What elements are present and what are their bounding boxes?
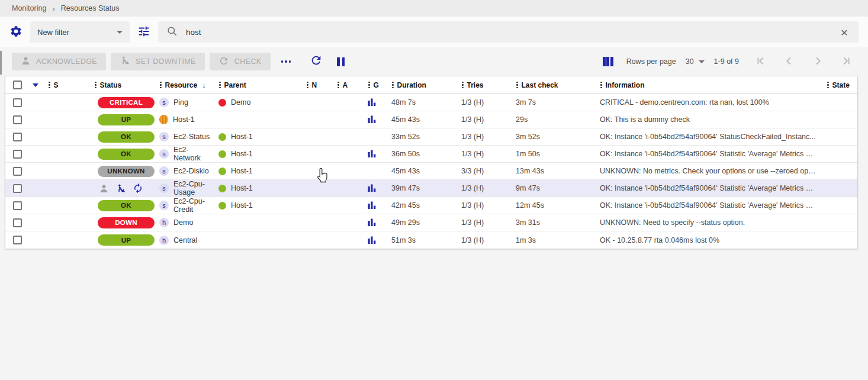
graph-icon[interactable] (368, 184, 377, 192)
pause-autorefresh-button[interactable] (337, 57, 345, 66)
column-drag-handle-icon[interactable] (600, 80, 603, 90)
resource-name[interactable]: Ping (173, 98, 188, 107)
table-row[interactable]: DOWNhDemo49m 29s1/3 (H)3m 31sUNKNOWN: Ne… (5, 214, 857, 231)
table-row[interactable]: OKsEc2-StatusHost-133m 52s1/3 (H)3m 52sO… (5, 128, 857, 146)
table-row[interactable]: OKsEc2-NetworkHost-136m 50s1/3 (H)1m 50s… (5, 146, 857, 163)
resource-name[interactable]: Ec2-Cpu-Credit (173, 197, 215, 214)
next-page-button[interactable] (811, 54, 824, 69)
graph-icon[interactable] (368, 218, 377, 227)
status-chip[interactable]: UP (98, 114, 155, 125)
resource-name[interactable]: Demo (173, 218, 193, 227)
status-chip[interactable]: OK (98, 200, 155, 211)
resource-name[interactable]: Central (173, 236, 197, 244)
previous-page-button[interactable] (783, 54, 796, 69)
columns-icon (603, 57, 613, 66)
header-cell-ack[interactable]: A (333, 80, 364, 90)
header-cell-duration[interactable]: Duration (388, 80, 458, 90)
filter-bar: New filter × (0, 17, 868, 47)
acknowledge-button[interactable]: ACKNOWLEDGE (12, 53, 106, 70)
graph-icon[interactable] (368, 236, 377, 244)
column-drag-handle-icon[interactable] (516, 80, 519, 90)
header-cell-last_check[interactable]: Last check (512, 80, 596, 90)
set-downtime-button[interactable]: SET DOWNTIME (111, 53, 205, 70)
resource-name[interactable]: Ec2-Network (173, 146, 215, 162)
row-checkbox[interactable] (13, 150, 22, 159)
status-chip[interactable]: CRITICAL (98, 97, 155, 108)
column-drag-handle-icon[interactable] (306, 80, 309, 90)
parent-name[interactable]: Host-1 (231, 167, 253, 175)
header-cell-resource[interactable]: Resource↓ (156, 80, 215, 90)
header-cell-notification[interactable]: N (303, 80, 333, 90)
row-checkbox[interactable] (13, 115, 22, 124)
parent-name[interactable]: Host-1 (231, 133, 253, 141)
refresh-button[interactable] (310, 54, 323, 69)
header-cell-graph[interactable]: G (364, 80, 388, 90)
header-cell-parent[interactable]: Parent (215, 80, 303, 90)
resource-name[interactable]: Ec2-Diskio (173, 167, 209, 175)
clear-search-button[interactable]: × (838, 26, 850, 38)
column-drag-handle-icon[interactable] (368, 80, 371, 90)
breadcrumb-item-monitoring[interactable]: Monitoring (12, 4, 46, 12)
table-row[interactable]: UPHost-145m 43s1/3 (H)29sOK: This is a d… (5, 111, 857, 128)
filter-preset-select[interactable]: New filter (30, 21, 130, 43)
header-cell-severity[interactable]: S (44, 80, 91, 90)
status-chip[interactable]: DOWN (98, 217, 155, 228)
row-checkbox[interactable] (13, 184, 22, 193)
header-cell-state[interactable]: State (823, 80, 857, 90)
table-row[interactable]: UNKNOWNsEc2-DiskioHost-145m 43s3/3 (H)13… (5, 163, 857, 180)
first-page-button[interactable] (754, 54, 767, 69)
column-drag-handle-icon[interactable] (159, 80, 162, 90)
resource-name[interactable]: Ec2-Status (173, 133, 210, 141)
column-drag-handle-icon[interactable] (218, 80, 221, 90)
graph-icon[interactable] (368, 150, 377, 158)
tune-icon (137, 25, 150, 40)
parent-name[interactable]: Host-1 (231, 201, 253, 210)
parent-name[interactable]: Host-1 (231, 150, 253, 158)
resource-name[interactable]: Ec2-Cpu-Usage (173, 180, 215, 197)
graph-icon[interactable] (368, 115, 377, 124)
status-chip[interactable]: OK (98, 131, 155, 143)
resource-name[interactable]: Host-1 (173, 115, 195, 124)
column-drag-handle-icon[interactable] (337, 80, 340, 90)
table-row[interactable]: OKsEc2-Cpu-CreditHost-142m 45s1/3 (H)12m… (5, 197, 857, 214)
column-drag-handle-icon[interactable] (827, 80, 830, 90)
header-cell-information[interactable]: Information (596, 80, 823, 90)
search-input[interactable] (186, 28, 830, 37)
breadcrumb-item-resources-status[interactable]: Resources Status (61, 4, 120, 12)
row-checkbox[interactable] (13, 98, 22, 107)
select-all-checkbox[interactable] (13, 80, 22, 89)
filter-options-button[interactable] (137, 25, 150, 40)
table-row[interactable]: CRITICALsPingDemo48m 7s1/3 (H)3m 7sCRITI… (5, 94, 857, 111)
table-row[interactable]: UPhCentral51m 3s1/3 (H)1m 3sOK - 10.25.8… (5, 231, 857, 249)
cell-status: UNKNOWN (91, 166, 156, 177)
table-row[interactable]: sEc2-Cpu-UsageHost-139m 47s1/3 (H)9m 47s… (5, 180, 857, 197)
status-chip[interactable]: UP (98, 234, 155, 246)
sort-desc-icon[interactable]: ↓ (202, 80, 206, 89)
header-cell-status[interactable]: Status (91, 80, 156, 90)
column-drag-handle-icon[interactable] (94, 80, 97, 90)
row-checkbox[interactable] (13, 167, 22, 176)
graph-icon[interactable] (368, 98, 377, 107)
more-actions-button[interactable] (275, 60, 297, 63)
graph-icon[interactable] (368, 201, 377, 210)
rows-per-page-select[interactable]: 30 (686, 57, 705, 66)
row-checkbox[interactable] (13, 236, 22, 244)
row-checkbox[interactable] (13, 133, 22, 141)
status-chip[interactable]: OK (98, 149, 155, 160)
column-drag-handle-icon[interactable] (461, 80, 464, 90)
parent-name[interactable]: Host-1 (231, 184, 253, 192)
column-drag-handle-icon[interactable] (391, 80, 394, 90)
column-drag-handle-icon[interactable] (48, 80, 51, 90)
parent-name[interactable]: Demo (231, 98, 250, 107)
row-checkbox[interactable] (13, 201, 22, 210)
last-page-button[interactable] (840, 54, 853, 69)
cell-information: UNKNOWN: No metrics. Check your options … (596, 167, 823, 175)
rows-per-page-label: Rows per page (626, 57, 676, 66)
check-button[interactable]: CHECK (210, 53, 271, 70)
filter-settings-gear-button[interactable] (9, 25, 22, 40)
selection-menu-caret-icon[interactable] (33, 83, 38, 87)
header-cell-tries[interactable]: Tries (458, 80, 512, 90)
status-chip[interactable]: UNKNOWN (98, 166, 155, 177)
row-checkbox[interactable] (13, 218, 22, 227)
column-settings-button[interactable] (603, 57, 613, 66)
